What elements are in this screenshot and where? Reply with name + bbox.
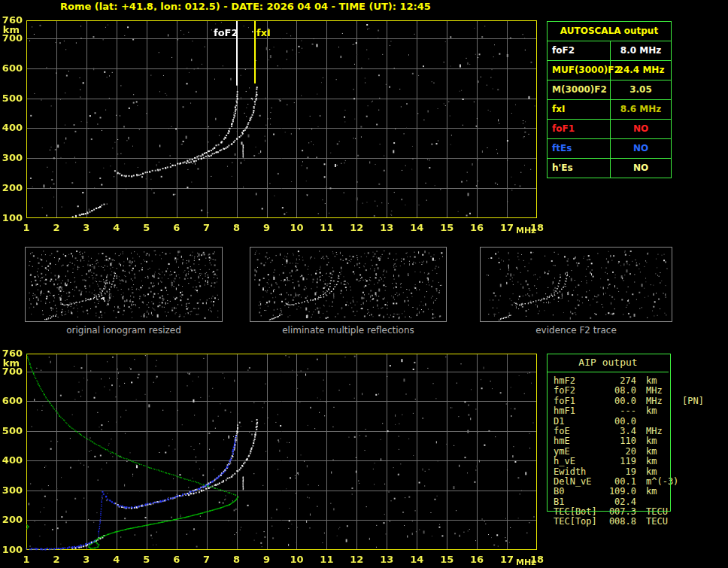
aip-parameter-name: ymE — [554, 447, 606, 457]
parameter-value: NO — [611, 159, 671, 178]
aip-row: foE 3.4 MHz — [554, 427, 725, 436]
aip-parameter-value: 119 — [606, 457, 636, 466]
fxI-marker-label: fxI — [256, 27, 271, 38]
aip-parameter-unit: km — [646, 447, 681, 457]
autoscala-row: foF2 8.0 MHz — [548, 41, 671, 60]
aip-parameter-value: 00.0 — [606, 417, 636, 427]
profile-ionogram-plot — [0, 343, 545, 568]
aip-parameter-name: DelN_vE — [554, 477, 606, 487]
autoscala-row: fxI 8.6 MHz — [548, 99, 671, 119]
aip-row: hmF1 --- km — [554, 406, 725, 416]
foF2-marker-label: foF2 — [214, 27, 238, 38]
aip-parameter-value: 008.8 — [606, 517, 636, 527]
aip-parameter-unit: TECU — [646, 507, 681, 517]
aip-parameter-value: 19 — [606, 467, 636, 477]
parameter-value: 24.4 MHz — [611, 61, 671, 80]
parameter-value: 8.6 MHz — [611, 100, 671, 119]
thumbnail-caption-1: original ionogram resized — [25, 325, 223, 336]
autoscala-table-header: AUTOSCALA output — [548, 22, 671, 41]
aip-parameter-unit: m^(-3) — [646, 477, 681, 487]
aip-parameter-unit: km — [646, 376, 681, 386]
aip-parameter-value: 109.0 — [606, 487, 636, 497]
aip-parameter-name: foE — [554, 427, 606, 436]
aip-parameter-unit: km — [646, 457, 681, 466]
aip-parameter-value: 3.4 — [606, 427, 636, 436]
aip-header-divider — [548, 372, 669, 372]
aip-parameter-name: D1 — [554, 417, 606, 427]
aip-panel-header: AIP output — [547, 357, 669, 368]
autoscala-row: foF1 NO — [548, 119, 671, 138]
thumbnail-caption-3: evidence F2 trace — [480, 325, 672, 336]
aip-parameter-name: Ewidth — [554, 467, 606, 477]
autoscala-row: h'Es NO — [548, 158, 671, 178]
aip-row: B0 109.0 km — [554, 487, 725, 497]
aip-parameter-name: TEC[Top] — [554, 517, 606, 527]
aip-parameter-name: h_vE — [554, 457, 606, 466]
aip-parameter-unit: MHz — [646, 396, 681, 406]
aip-parameter-unit: km — [646, 487, 681, 497]
aip-row: hmF2 274 km — [554, 376, 725, 386]
aip-parameter-flag: [PN] — [682, 396, 704, 406]
aip-parameter-name: hmF2 — [554, 376, 606, 386]
aip-parameter-name: TEC[Bot] — [554, 507, 606, 517]
aip-parameter-unit: MHz — [646, 427, 681, 436]
aip-parameter-name: foF1 — [554, 396, 606, 406]
aip-row: foF1 00.0 MHz [PN] — [554, 396, 725, 406]
aip-parameter-unit: km — [646, 436, 681, 446]
parameter-name: M(3000)F2 — [548, 80, 611, 99]
aip-row: DelN_vE 00.1 m^(-3) — [554, 477, 725, 487]
aip-parameter-value: 02.4 — [606, 497, 636, 507]
parameter-name: foF1 — [548, 120, 611, 138]
autoscala-row: ftEs NO — [548, 138, 671, 158]
aip-parameter-value: 00.0 — [606, 396, 636, 406]
parameter-name: foF2 — [548, 41, 611, 60]
autoscala-table: AUTOSCALA output foF2 8.0 MHz MUF(3000)F… — [547, 21, 672, 178]
aip-parameter-unit: MHz — [646, 386, 681, 396]
aip-row: TEC[Bot] 007.3 TECU — [554, 507, 725, 517]
autoscala-rows: foF2 8.0 MHz MUF(3000)F2 24.4 MHz M(3000… — [548, 41, 671, 178]
aip-row: h_vE 119 km — [554, 457, 725, 466]
aip-row: TEC[Top] 008.8 TECU — [554, 517, 725, 527]
parameter-value: 3.05 — [611, 80, 671, 99]
aip-parameter-value: --- — [606, 406, 636, 416]
parameter-value: NO — [611, 120, 671, 138]
aip-parameter-value: 007.3 — [606, 507, 636, 517]
parameter-value: NO — [611, 139, 671, 158]
parameter-name: MUF(3000)F2 — [548, 61, 611, 80]
aip-parameter-value: 00.1 — [606, 477, 636, 487]
aip-parameter-value: 110 — [606, 436, 636, 446]
aip-row: B1 02.4 — [554, 497, 725, 507]
thumbnail-eliminate-reflections — [250, 247, 447, 322]
thumbnail-original-ionogram — [25, 247, 223, 322]
autoscala-row: M(3000)F2 3.05 — [548, 80, 671, 99]
autoscala-row: MUF(3000)F2 24.4 MHz — [548, 60, 671, 80]
thumbnail-caption-2: eliminate multiple reflections — [250, 325, 447, 336]
aip-row: hmE 110 km — [554, 436, 725, 446]
aip-parameter-name: hmF1 — [554, 406, 606, 416]
aip-row: ymE 20 km — [554, 447, 725, 457]
aip-parameter-name: foF2 — [554, 386, 606, 396]
aip-parameter-unit: km — [646, 406, 681, 416]
aip-row: D1 00.0 — [554, 417, 725, 427]
aip-parameter-unit: TECU — [646, 517, 681, 527]
parameter-name: ftEs — [548, 139, 611, 158]
aip-rows: hmF2 274 km foF2 08.0 MHz foF1 00.0 MHz … — [554, 376, 725, 527]
aip-row: Ewidth 19 km — [554, 467, 725, 477]
aip-parameter-value: 274 — [606, 376, 636, 386]
parameter-value: 8.0 MHz — [611, 41, 671, 60]
aip-row: foF2 08.0 MHz — [554, 386, 725, 396]
aip-parameter-unit — [646, 417, 681, 427]
top-ionogram-plot — [0, 11, 545, 236]
aip-parameter-name: hmE — [554, 436, 606, 446]
autoscala-window: Rome (lat: +41.8, lon: 012.5) - DATE: 20… — [0, 0, 728, 568]
thumbnail-evidence-f2 — [480, 247, 672, 322]
aip-parameter-value: 08.0 — [606, 386, 636, 396]
aip-parameter-name: B1 — [554, 497, 606, 507]
aip-parameter-value: 20 — [606, 447, 636, 457]
parameter-name: fxI — [548, 100, 611, 119]
aip-parameter-unit: km — [646, 467, 681, 477]
aip-parameter-name: B0 — [554, 487, 606, 497]
parameter-name: h'Es — [548, 159, 611, 178]
aip-parameter-unit — [646, 497, 681, 507]
